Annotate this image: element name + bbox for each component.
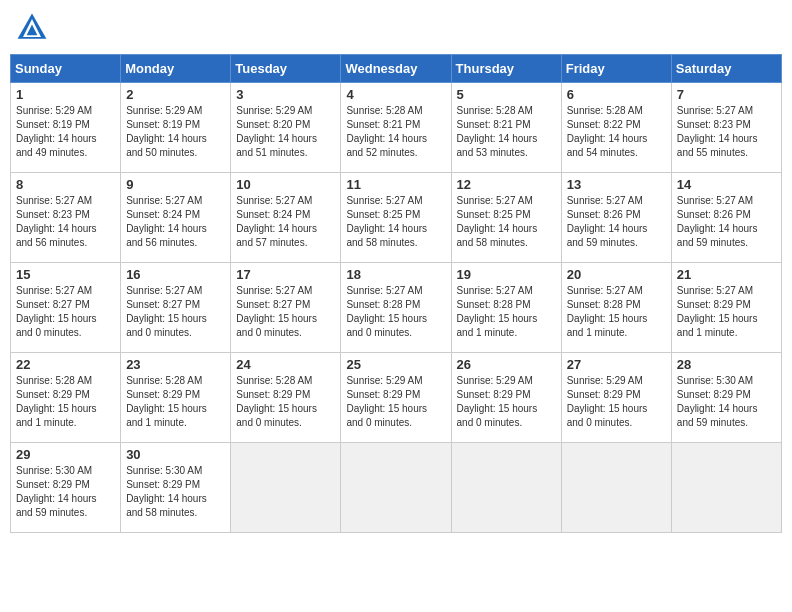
day-cell [341, 443, 451, 533]
day-cell: 10Sunrise: 5:27 AM Sunset: 8:24 PM Dayli… [231, 173, 341, 263]
day-cell: 25Sunrise: 5:29 AM Sunset: 8:29 PM Dayli… [341, 353, 451, 443]
day-cell: 5Sunrise: 5:28 AM Sunset: 8:21 PM Daylig… [451, 83, 561, 173]
day-info: Sunrise: 5:27 AM Sunset: 8:28 PM Dayligh… [457, 284, 556, 340]
day-number: 12 [457, 177, 556, 192]
day-number: 4 [346, 87, 445, 102]
day-info: Sunrise: 5:30 AM Sunset: 8:29 PM Dayligh… [16, 464, 115, 520]
day-info: Sunrise: 5:28 AM Sunset: 8:29 PM Dayligh… [126, 374, 225, 430]
week-row-1: 1Sunrise: 5:29 AM Sunset: 8:19 PM Daylig… [11, 83, 782, 173]
day-cell: 13Sunrise: 5:27 AM Sunset: 8:26 PM Dayli… [561, 173, 671, 263]
day-cell: 12Sunrise: 5:27 AM Sunset: 8:25 PM Dayli… [451, 173, 561, 263]
day-cell: 15Sunrise: 5:27 AM Sunset: 8:27 PM Dayli… [11, 263, 121, 353]
day-info: Sunrise: 5:27 AM Sunset: 8:23 PM Dayligh… [677, 104, 776, 160]
day-info: Sunrise: 5:29 AM Sunset: 8:19 PM Dayligh… [126, 104, 225, 160]
day-cell: 28Sunrise: 5:30 AM Sunset: 8:29 PM Dayli… [671, 353, 781, 443]
day-cell: 16Sunrise: 5:27 AM Sunset: 8:27 PM Dayli… [121, 263, 231, 353]
day-info: Sunrise: 5:29 AM Sunset: 8:20 PM Dayligh… [236, 104, 335, 160]
day-number: 25 [346, 357, 445, 372]
day-info: Sunrise: 5:27 AM Sunset: 8:27 PM Dayligh… [16, 284, 115, 340]
weekday-header-saturday: Saturday [671, 55, 781, 83]
day-info: Sunrise: 5:27 AM Sunset: 8:27 PM Dayligh… [236, 284, 335, 340]
day-number: 5 [457, 87, 556, 102]
day-cell: 8Sunrise: 5:27 AM Sunset: 8:23 PM Daylig… [11, 173, 121, 263]
day-number: 1 [16, 87, 115, 102]
weekday-header-monday: Monday [121, 55, 231, 83]
day-cell [231, 443, 341, 533]
day-info: Sunrise: 5:27 AM Sunset: 8:26 PM Dayligh… [567, 194, 666, 250]
day-info: Sunrise: 5:27 AM Sunset: 8:28 PM Dayligh… [346, 284, 445, 340]
day-cell: 20Sunrise: 5:27 AM Sunset: 8:28 PM Dayli… [561, 263, 671, 353]
day-number: 22 [16, 357, 115, 372]
day-cell: 26Sunrise: 5:29 AM Sunset: 8:29 PM Dayli… [451, 353, 561, 443]
day-number: 24 [236, 357, 335, 372]
day-number: 30 [126, 447, 225, 462]
day-info: Sunrise: 5:27 AM Sunset: 8:27 PM Dayligh… [126, 284, 225, 340]
week-row-2: 8Sunrise: 5:27 AM Sunset: 8:23 PM Daylig… [11, 173, 782, 263]
day-info: Sunrise: 5:28 AM Sunset: 8:21 PM Dayligh… [457, 104, 556, 160]
week-row-3: 15Sunrise: 5:27 AM Sunset: 8:27 PM Dayli… [11, 263, 782, 353]
day-info: Sunrise: 5:27 AM Sunset: 8:24 PM Dayligh… [126, 194, 225, 250]
weekday-header-friday: Friday [561, 55, 671, 83]
day-cell: 30Sunrise: 5:30 AM Sunset: 8:29 PM Dayli… [121, 443, 231, 533]
weekday-header-thursday: Thursday [451, 55, 561, 83]
week-row-4: 22Sunrise: 5:28 AM Sunset: 8:29 PM Dayli… [11, 353, 782, 443]
day-number: 14 [677, 177, 776, 192]
day-number: 18 [346, 267, 445, 282]
day-cell: 22Sunrise: 5:28 AM Sunset: 8:29 PM Dayli… [11, 353, 121, 443]
weekday-header-wednesday: Wednesday [341, 55, 451, 83]
day-cell: 4Sunrise: 5:28 AM Sunset: 8:21 PM Daylig… [341, 83, 451, 173]
day-number: 19 [457, 267, 556, 282]
logo-icon [14, 10, 50, 46]
logo [14, 10, 54, 46]
day-cell: 7Sunrise: 5:27 AM Sunset: 8:23 PM Daylig… [671, 83, 781, 173]
day-number: 8 [16, 177, 115, 192]
day-cell: 2Sunrise: 5:29 AM Sunset: 8:19 PM Daylig… [121, 83, 231, 173]
day-number: 28 [677, 357, 776, 372]
day-info: Sunrise: 5:28 AM Sunset: 8:21 PM Dayligh… [346, 104, 445, 160]
day-info: Sunrise: 5:27 AM Sunset: 8:28 PM Dayligh… [567, 284, 666, 340]
day-info: Sunrise: 5:30 AM Sunset: 8:29 PM Dayligh… [677, 374, 776, 430]
day-cell: 17Sunrise: 5:27 AM Sunset: 8:27 PM Dayli… [231, 263, 341, 353]
day-cell: 1Sunrise: 5:29 AM Sunset: 8:19 PM Daylig… [11, 83, 121, 173]
day-number: 10 [236, 177, 335, 192]
day-number: 17 [236, 267, 335, 282]
calendar-table: SundayMondayTuesdayWednesdayThursdayFrid… [10, 54, 782, 533]
page-header [10, 10, 782, 46]
weekday-header-sunday: Sunday [11, 55, 121, 83]
day-number: 26 [457, 357, 556, 372]
day-cell: 19Sunrise: 5:27 AM Sunset: 8:28 PM Dayli… [451, 263, 561, 353]
day-info: Sunrise: 5:28 AM Sunset: 8:29 PM Dayligh… [16, 374, 115, 430]
day-info: Sunrise: 5:27 AM Sunset: 8:25 PM Dayligh… [346, 194, 445, 250]
day-info: Sunrise: 5:30 AM Sunset: 8:29 PM Dayligh… [126, 464, 225, 520]
day-number: 2 [126, 87, 225, 102]
day-cell: 3Sunrise: 5:29 AM Sunset: 8:20 PM Daylig… [231, 83, 341, 173]
weekday-header-tuesday: Tuesday [231, 55, 341, 83]
day-cell [451, 443, 561, 533]
day-cell: 6Sunrise: 5:28 AM Sunset: 8:22 PM Daylig… [561, 83, 671, 173]
day-number: 23 [126, 357, 225, 372]
day-cell: 29Sunrise: 5:30 AM Sunset: 8:29 PM Dayli… [11, 443, 121, 533]
day-info: Sunrise: 5:28 AM Sunset: 8:29 PM Dayligh… [236, 374, 335, 430]
day-info: Sunrise: 5:29 AM Sunset: 8:29 PM Dayligh… [567, 374, 666, 430]
day-number: 21 [677, 267, 776, 282]
day-cell: 21Sunrise: 5:27 AM Sunset: 8:29 PM Dayli… [671, 263, 781, 353]
day-info: Sunrise: 5:29 AM Sunset: 8:19 PM Dayligh… [16, 104, 115, 160]
day-cell: 11Sunrise: 5:27 AM Sunset: 8:25 PM Dayli… [341, 173, 451, 263]
day-cell: 18Sunrise: 5:27 AM Sunset: 8:28 PM Dayli… [341, 263, 451, 353]
day-number: 3 [236, 87, 335, 102]
day-number: 29 [16, 447, 115, 462]
day-number: 15 [16, 267, 115, 282]
day-number: 6 [567, 87, 666, 102]
day-cell [671, 443, 781, 533]
weekday-header-row: SundayMondayTuesdayWednesdayThursdayFrid… [11, 55, 782, 83]
day-cell [561, 443, 671, 533]
day-number: 7 [677, 87, 776, 102]
day-cell: 27Sunrise: 5:29 AM Sunset: 8:29 PM Dayli… [561, 353, 671, 443]
day-cell: 9Sunrise: 5:27 AM Sunset: 8:24 PM Daylig… [121, 173, 231, 263]
day-info: Sunrise: 5:27 AM Sunset: 8:29 PM Dayligh… [677, 284, 776, 340]
day-cell: 23Sunrise: 5:28 AM Sunset: 8:29 PM Dayli… [121, 353, 231, 443]
day-info: Sunrise: 5:27 AM Sunset: 8:25 PM Dayligh… [457, 194, 556, 250]
day-info: Sunrise: 5:27 AM Sunset: 8:26 PM Dayligh… [677, 194, 776, 250]
day-info: Sunrise: 5:29 AM Sunset: 8:29 PM Dayligh… [457, 374, 556, 430]
day-number: 16 [126, 267, 225, 282]
